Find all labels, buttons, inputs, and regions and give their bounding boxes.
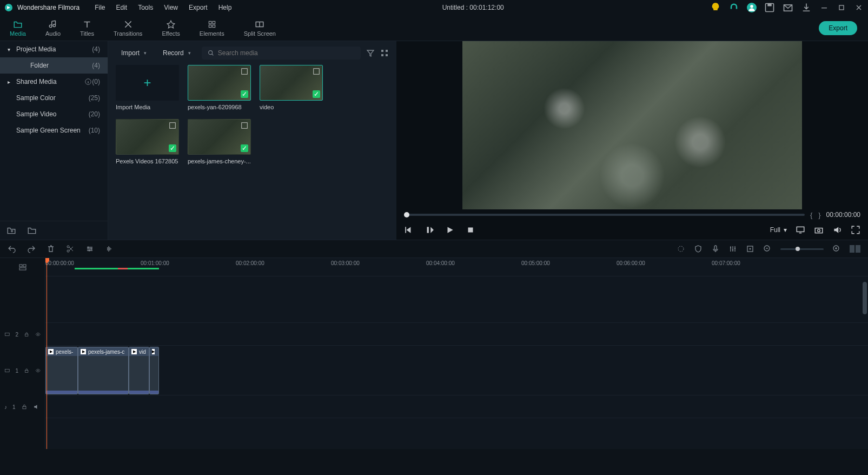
timeline-body[interactable]: 00:00:00:0000:01:00:0000:02:00:0000:03:0… <box>45 258 868 449</box>
zoom-slider-handle[interactable] <box>796 247 800 251</box>
tab-elements[interactable]: Elements <box>190 17 234 39</box>
volume-icon[interactable] <box>832 225 842 235</box>
audio-wave-icon[interactable] <box>105 245 114 253</box>
play-pause-button[interactable] <box>425 225 434 235</box>
play-button[interactable] <box>445 225 455 235</box>
support-icon[interactable] <box>728 2 739 13</box>
preview-video[interactable] <box>462 41 802 209</box>
menu-file[interactable]: File <box>90 2 109 14</box>
import-dropdown[interactable]: Import ▾ <box>116 47 152 59</box>
search-input[interactable] <box>218 49 355 57</box>
import-label: Import <box>121 49 140 57</box>
tab-titles[interactable]: Titles <box>70 17 104 39</box>
maximize-button[interactable] <box>837 3 846 12</box>
svg-rect-37 <box>734 248 736 249</box>
menu-view[interactable]: View <box>160 2 182 14</box>
timeline-scrollbar[interactable] <box>863 282 867 444</box>
menu-tools[interactable]: Tools <box>134 2 157 14</box>
marker-brackets: { } <box>810 211 821 219</box>
timeline-options-icon[interactable] <box>18 263 27 272</box>
media-item[interactable]: ✓Pexels Videos 1672805 <box>116 119 179 164</box>
media-item[interactable]: +Import Media <box>116 65 179 110</box>
menu-help[interactable]: Help <box>214 2 236 14</box>
delete-icon[interactable] <box>47 245 55 253</box>
app-name: Wondershare Filmora <box>17 4 79 11</box>
eye-icon[interactable] <box>35 367 41 374</box>
zoom-slider[interactable] <box>780 248 824 250</box>
tab-audio[interactable]: Audio <box>36 17 70 39</box>
sidebar-item-sample-color[interactable]: Sample Color(25) <box>0 90 108 106</box>
sidebar-item-project-media[interactable]: ▾Project Media(4) <box>0 41 108 57</box>
preview-scrubber[interactable] <box>404 214 805 216</box>
timeline-clip[interactable]: ▶pexels-james-c <box>78 347 129 394</box>
render-icon[interactable] <box>677 245 685 253</box>
tab-effects[interactable]: Effects <box>152 17 189 39</box>
track-headers: 2 1 ♪ 1 <box>0 258 45 449</box>
svg-rect-35 <box>730 247 731 248</box>
svg-rect-48 <box>5 369 9 372</box>
audio-track-1[interactable] <box>45 395 868 418</box>
new-folder-icon[interactable] <box>6 226 16 235</box>
download-icon[interactable] <box>801 2 812 13</box>
zoom-out-icon[interactable] <box>763 245 772 253</box>
media-item[interactable]: ✓video <box>260 65 323 110</box>
sidebar-item-shared-media[interactable]: ▸Shared Media(0) <box>0 74 108 90</box>
speaker-icon[interactable] <box>33 404 39 410</box>
voice-over-icon[interactable] <box>711 245 720 253</box>
display-icon[interactable] <box>796 225 805 235</box>
tab-media[interactable]: Media <box>0 17 36 39</box>
marker-shield-icon[interactable] <box>694 245 703 253</box>
adjust-icon[interactable] <box>85 245 94 253</box>
lock-icon[interactable] <box>21 404 28 410</box>
stop-button[interactable] <box>466 225 475 235</box>
svg-point-32 <box>89 250 90 252</box>
export-button[interactable]: Export <box>819 21 857 35</box>
media-item[interactable]: ✓pexels-yan-6209968 <box>188 65 251 110</box>
media-item[interactable]: ✓pexels-james-cheney-... <box>188 119 251 164</box>
timeline-view-toggle[interactable] <box>850 245 860 253</box>
audio-mixer-icon[interactable] <box>728 245 737 253</box>
keyframe-icon[interactable] <box>746 245 754 253</box>
menu-edit[interactable]: Edit <box>112 2 132 14</box>
sidebar-item-folder[interactable]: Folder(4) <box>0 57 108 74</box>
svg-rect-26 <box>815 228 823 233</box>
folder-icon[interactable] <box>27 226 37 235</box>
sidebar-item-sample-green-screen[interactable]: Sample Green Screen(10) <box>0 122 108 138</box>
svg-rect-10 <box>213 25 215 28</box>
mail-icon[interactable] <box>783 2 793 13</box>
record-dropdown[interactable]: Record ▾ <box>157 47 196 59</box>
video-track-1[interactable]: ▶pexels-▶pexels-james-c▶vid▶ <box>45 346 868 395</box>
save-icon[interactable] <box>764 2 775 13</box>
snapshot-icon[interactable] <box>814 225 824 235</box>
timeline-ruler[interactable]: 00:00:00:0000:01:00:0000:02:00:0000:03:0… <box>45 258 868 276</box>
chevron-down-icon: ▾ <box>188 50 191 56</box>
eye-icon[interactable] <box>35 331 41 338</box>
zoom-in-icon[interactable] <box>832 245 841 253</box>
tab-transitions[interactable]: Transitions <box>104 17 152 39</box>
tab-split-screen[interactable]: Split Screen <box>234 17 286 39</box>
grid-view-icon[interactable] <box>380 49 389 57</box>
filter-icon[interactable] <box>366 49 375 57</box>
lock-icon[interactable] <box>24 367 29 374</box>
undo-icon[interactable] <box>8 245 16 253</box>
prev-frame-button[interactable] <box>404 225 414 235</box>
lightbulb-icon[interactable] <box>710 2 721 13</box>
scrubber-handle[interactable] <box>404 212 409 217</box>
search-box[interactable] <box>202 47 361 60</box>
sidebar-item-sample-video[interactable]: Sample Video(20) <box>0 106 108 122</box>
timeline-clip[interactable]: ▶ <box>149 347 159 394</box>
minimize-button[interactable] <box>819 3 829 12</box>
redo-icon[interactable] <box>27 245 36 253</box>
timeline-clip[interactable]: ▶vid <box>129 347 149 394</box>
split-icon[interactable] <box>66 245 75 253</box>
user-account-icon[interactable] <box>747 3 757 12</box>
playback-quality-dropdown[interactable]: Full ▾ <box>770 226 787 234</box>
menu-export[interactable]: Export <box>184 2 212 14</box>
fullscreen-icon[interactable] <box>851 225 860 235</box>
lock-icon[interactable] <box>24 331 29 338</box>
video-track-2[interactable] <box>45 323 868 346</box>
playhead[interactable] <box>47 258 47 449</box>
svg-rect-24 <box>468 228 473 233</box>
close-button[interactable] <box>854 3 864 12</box>
timeline-clip[interactable]: ▶pexels- <box>45 347 78 394</box>
